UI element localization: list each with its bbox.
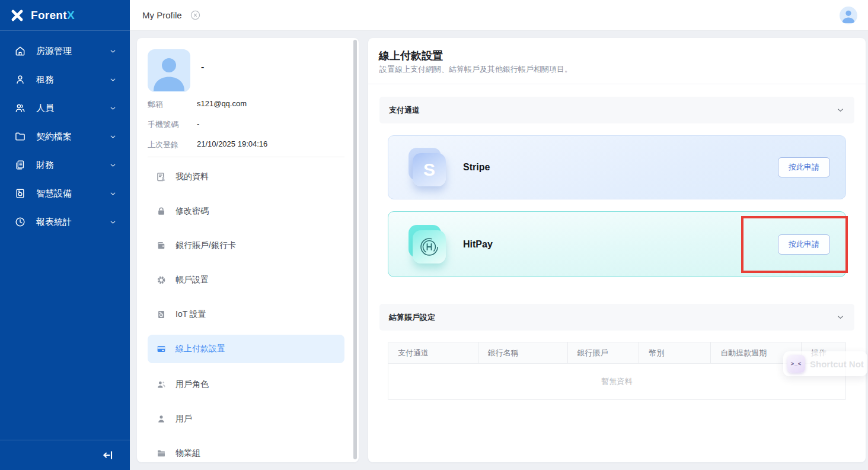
field-value: -	[197, 119, 199, 131]
appliance-icon	[14, 188, 26, 199]
menu-item-label: 用戶	[175, 414, 192, 424]
menu-item-online-payment[interactable]: 線上付款設置	[148, 335, 344, 363]
table-header-row: 支付通道 銀行名稱 銀行賬戶 幣別 自動提款週期 操作	[388, 342, 845, 364]
credit-card-icon	[156, 344, 167, 354]
sidebar-item-reports[interactable]: 報表統計	[0, 208, 130, 236]
stripe-apply-button[interactable]: 按此申請	[778, 157, 830, 177]
app-screen: ForentX 房源管理 租務 人員 契約檔案	[0, 0, 868, 470]
gear-icon	[156, 275, 167, 285]
menu-item-bank-account[interactable]: 銀行賬戶/銀行卡	[148, 233, 344, 259]
brand-logo[interactable]: ForentX	[0, 0, 130, 31]
sidebar-item-label: 財務	[36, 160, 54, 171]
menu-item-account-settings[interactable]: 帳戶設置	[148, 267, 344, 293]
stripe-logo-icon: S	[409, 148, 446, 187]
section-title: 支付通道	[389, 105, 420, 116]
scrollbar-thumb[interactable]	[353, 40, 357, 459]
field-value: s121@qq.com	[197, 99, 247, 111]
divider	[368, 84, 866, 84]
menu-item-label: 我的資料	[175, 172, 209, 182]
chevron-down-icon[interactable]	[836, 313, 845, 322]
menu-item-change-password[interactable]: 修改密碼	[148, 198, 344, 224]
collapse-sidebar-icon[interactable]	[101, 448, 116, 462]
hitpay-logo-icon	[409, 225, 446, 264]
content-area: - 郵箱 s121@qq.com 手機號碼 - 上次登錄 21/10/2025 …	[130, 31, 868, 470]
wallet-icon	[156, 240, 167, 251]
sidebar-item-housing[interactable]: 房源管理	[0, 37, 130, 65]
chevron-down-icon	[109, 133, 117, 141]
shortcut-extension-overlay: >_< Shortcut Not	[783, 351, 867, 376]
folder-icon	[156, 448, 167, 459]
documents-icon	[14, 159, 26, 171]
section-payment-channels[interactable]: 支付通道	[379, 97, 854, 123]
user-avatar[interactable]	[840, 7, 857, 24]
menu-item-label: IoT 設置	[175, 309, 206, 320]
close-tab-icon[interactable]	[190, 9, 201, 21]
field-value: 21/10/2025 19:04:16	[197, 139, 267, 151]
col-bank-name: 銀行名稱	[478, 342, 568, 363]
table-empty-state: 暫無資料	[388, 364, 845, 399]
folder-icon	[14, 131, 26, 142]
chevron-down-icon	[109, 161, 117, 169]
menu-item-my-info[interactable]: 我的資料	[148, 164, 344, 190]
sidebar-item-smart-devices[interactable]: 智慧設備	[0, 179, 130, 208]
sidebar-item-contracts[interactable]: 契約檔案	[0, 122, 130, 151]
chevron-down-icon	[109, 76, 117, 84]
brand-x-icon	[9, 8, 25, 23]
menu-item-property-group[interactable]: 物業組	[148, 440, 344, 466]
shortcut-overlay-label: Shortcut Not	[810, 359, 864, 369]
provider-name: HitPay	[463, 239, 493, 250]
page-title: 線上付款設置	[379, 49, 443, 63]
col-bank-account: 銀行賬戶	[568, 342, 640, 363]
field-label: 郵箱	[148, 99, 197, 111]
sidebar-item-personnel[interactable]: 人員	[0, 94, 130, 122]
profile-panel: - 郵箱 s121@qq.com 手機號碼 - 上次登錄 21/10/2025 …	[137, 38, 359, 462]
hitpay-apply-button[interactable]: 按此申請	[778, 234, 830, 255]
settlement-table: 支付通道 銀行名稱 銀行賬戶 幣別 自動提款週期 操作 暫無資料	[388, 342, 846, 400]
chevron-down-icon	[109, 218, 117, 226]
iot-device-icon	[156, 309, 167, 320]
chevron-down-icon	[109, 104, 117, 112]
sidebar-item-label: 人員	[36, 103, 54, 114]
home-icon	[14, 45, 26, 57]
section-settlement-accounts[interactable]: 結算賬戶設定	[379, 304, 854, 331]
menu-item-label: 銀行賬戶/銀行卡	[175, 240, 236, 251]
person-icon	[14, 74, 26, 85]
brand-name: ForentX	[31, 9, 75, 22]
sidebar: ForentX 房源管理 租務 人員 契約檔案	[0, 0, 130, 470]
chevron-down-icon	[109, 190, 117, 198]
col-payment-channel: 支付通道	[388, 342, 478, 363]
id-document-icon	[156, 172, 167, 182]
provider-card-hitpay: HitPay 按此申請	[388, 211, 846, 277]
payment-settings-panel: 線上付款設置 設置線上支付網關、結算帳戶及其他銀行帳戶相關項目。 支付通道 S …	[368, 38, 866, 462]
tab-my-profile[interactable]: My Profile	[142, 9, 201, 21]
topbar: My Profile	[130, 0, 868, 31]
provider-card-stripe: S Stripe 按此申請	[388, 135, 846, 199]
menu-item-label: 物業組	[175, 448, 200, 459]
col-currency: 幣別	[639, 342, 711, 363]
sidebar-item-label: 房源管理	[36, 46, 72, 57]
profile-avatar	[148, 49, 190, 92]
field-label: 手機號碼	[148, 119, 197, 131]
section-title: 結算賬戶設定	[389, 312, 435, 323]
sidebar-item-rental[interactable]: 租務	[0, 65, 130, 94]
menu-item-label: 帳戶設置	[175, 275, 209, 285]
menu-item-users[interactable]: 用戶	[148, 406, 344, 432]
page-subtitle: 設置線上支付網關、結算帳戶及其他銀行帳戶相關項目。	[379, 64, 572, 75]
sidebar-nav: 房源管理 租務 人員 契約檔案 財務	[0, 37, 130, 236]
tab-label: My Profile	[142, 10, 182, 20]
profile-field-last-login: 上次登錄 21/10/2025 19:04:16	[148, 139, 343, 151]
menu-item-label: 修改密碼	[175, 206, 209, 217]
profile-name: -	[201, 62, 204, 72]
shortcut-face-icon[interactable]: >_<	[787, 355, 805, 373]
sidebar-item-label: 報表統計	[36, 217, 72, 228]
sidebar-item-finance[interactable]: 財務	[0, 151, 130, 179]
chevron-down-icon[interactable]	[836, 106, 845, 115]
chevron-down-icon	[109, 47, 117, 55]
menu-item-user-roles[interactable]: 用戶角色	[148, 371, 344, 398]
menu-item-iot-settings[interactable]: IoT 設置	[148, 301, 344, 328]
profile-field-phone: 手機號碼 -	[148, 119, 343, 131]
menu-item-label: 用戶角色	[175, 379, 209, 390]
sidebar-footer	[0, 440, 130, 470]
sidebar-item-label: 租務	[36, 74, 54, 85]
divider	[148, 157, 344, 157]
